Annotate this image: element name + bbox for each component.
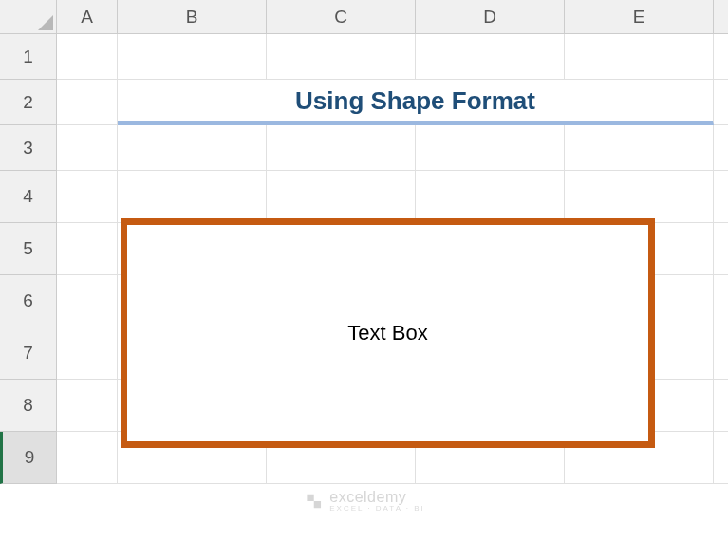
row-header-6[interactable]: 6 xyxy=(0,275,57,327)
col-header-A[interactable]: A xyxy=(57,0,118,34)
cell-E4[interactable] xyxy=(565,171,714,223)
cell-A5[interactable] xyxy=(57,223,118,275)
cell-F3[interactable] xyxy=(714,125,728,171)
cell-D3[interactable] xyxy=(416,125,565,171)
cell-F9[interactable] xyxy=(714,432,728,484)
cell-F2[interactable] xyxy=(714,80,728,125)
cell-A1[interactable] xyxy=(57,34,118,80)
cell-A6[interactable] xyxy=(57,275,118,327)
cell-F5[interactable] xyxy=(714,223,728,275)
col-header-D[interactable]: D xyxy=(416,0,565,34)
row-header-2[interactable]: 2 xyxy=(0,80,57,125)
cell-A9[interactable] xyxy=(57,432,118,484)
select-all-corner[interactable] xyxy=(0,0,57,34)
cell-E3[interactable] xyxy=(565,125,714,171)
cell-F8[interactable] xyxy=(714,380,728,432)
merged-title-cell[interactable]: Using Shape Format xyxy=(118,80,714,125)
row-header-4[interactable]: 4 xyxy=(0,171,57,223)
cell-B1[interactable] xyxy=(118,34,267,80)
text-box-content: Text Box xyxy=(347,321,427,345)
cell-F1[interactable] xyxy=(714,34,728,80)
watermark: exceldemy EXCEL · DATA · BI xyxy=(303,490,425,513)
cell-A4[interactable] xyxy=(57,171,118,223)
cell-D1[interactable] xyxy=(416,34,565,80)
row-header-5[interactable]: 5 xyxy=(0,223,57,275)
cell-C4[interactable] xyxy=(267,171,416,223)
col-header-F[interactable]: F xyxy=(714,0,728,34)
col-header-B[interactable]: B xyxy=(118,0,267,34)
cell-F6[interactable] xyxy=(714,275,728,327)
row-header-9[interactable]: 9 xyxy=(0,432,57,484)
cell-C1[interactable] xyxy=(267,34,416,80)
watermark-tagline: EXCEL · DATA · BI xyxy=(329,505,425,513)
cell-F7[interactable] xyxy=(714,327,728,380)
watermark-icon xyxy=(303,491,324,512)
cell-D4[interactable] xyxy=(416,171,565,223)
row-header-1[interactable]: 1 xyxy=(0,34,57,80)
cell-C3[interactable] xyxy=(267,125,416,171)
text-box-shape[interactable]: Text Box xyxy=(121,218,655,448)
cell-A8[interactable] xyxy=(57,380,118,432)
cell-E1[interactable] xyxy=(565,34,714,80)
cell-A7[interactable] xyxy=(57,327,118,380)
row-header-3[interactable]: 3 xyxy=(0,125,57,171)
row-header-8[interactable]: 8 xyxy=(0,380,57,432)
cell-B4[interactable] xyxy=(118,171,267,223)
cell-F4[interactable] xyxy=(714,171,728,223)
row-header-7[interactable]: 7 xyxy=(0,327,57,380)
watermark-name: exceldemy xyxy=(329,490,406,505)
cell-B3[interactable] xyxy=(118,125,267,171)
cell-A2[interactable] xyxy=(57,80,118,125)
col-header-C[interactable]: C xyxy=(267,0,416,34)
cell-A3[interactable] xyxy=(57,125,118,171)
col-header-E[interactable]: E xyxy=(565,0,714,34)
